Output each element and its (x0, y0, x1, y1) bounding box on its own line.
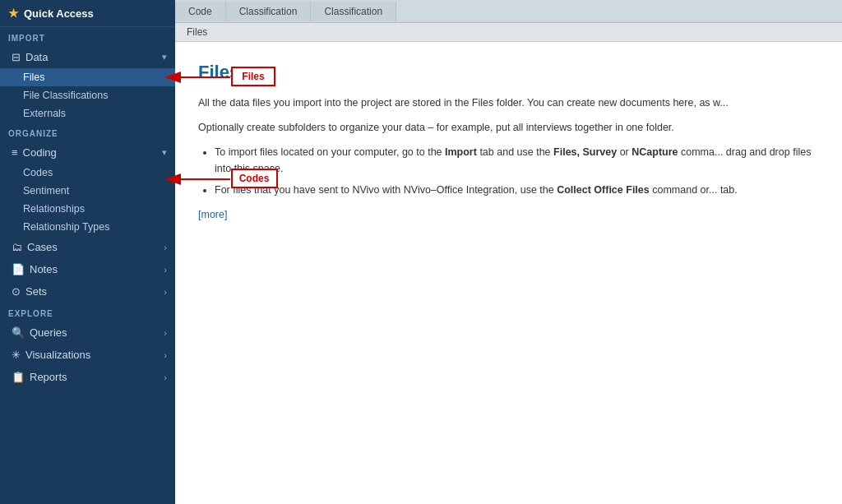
sidebar-item-cases-label: Cases (27, 241, 58, 253)
tab-code[interactable]: Code (175, 2, 226, 21)
sidebar-item-visualizations[interactable]: ✳ Visualizations › (0, 344, 175, 366)
sidebar-item-coding-label: Coding (23, 146, 57, 159)
cases-icon: 🗂 (12, 241, 22, 253)
quick-access-label: Quick Access (24, 7, 94, 20)
star-icon: ★ (8, 7, 19, 20)
sidebar-subitem-relationship-types[interactable]: Relationship Types (0, 218, 175, 236)
bullet2-bold: Collect Office Files (557, 184, 650, 196)
sidebar-subitem-externals[interactable]: Externals (0, 104, 175, 123)
reports-icon: 📋 (12, 371, 25, 383)
visualizations-icon: ✳ (12, 349, 21, 361)
content-para1: All the data files you import into the p… (198, 95, 819, 111)
sidebar-subitem-sentiment[interactable]: Sentiment (0, 182, 175, 200)
quick-access-header[interactable]: ★ Quick Access (0, 0, 175, 27)
relationships-label: Relationships (23, 203, 85, 215)
more-link-text: [more] (198, 209, 227, 220)
sets-icon: ⊙ (12, 285, 21, 298)
chevron-right-icon-notes: › (164, 265, 167, 275)
content-para2: Optionally create subfolders to organize… (198, 119, 819, 136)
more-link[interactable]: [more] (198, 206, 819, 223)
queries-icon: 🔍 (12, 326, 25, 339)
sidebar-subitem-files[interactable]: Files (0, 68, 175, 86)
chevron-right-icon-sets: › (164, 287, 167, 297)
section-explore: EXPLORE (0, 303, 175, 321)
chevron-right-icon-visualizations: › (164, 350, 167, 360)
tab-classification-2[interactable]: Classification (311, 2, 396, 21)
content-bullet2: For files that you have sent to NVivo wi… (215, 182, 819, 198)
content-body: All the data files you import into the p… (198, 95, 819, 223)
sidebar-item-data-label: Data (25, 51, 48, 63)
sidebar-item-notes[interactable]: 📄 Notes › (0, 258, 175, 280)
notes-icon: 📄 (12, 263, 25, 275)
sentiment-label: Sentiment (23, 185, 69, 197)
sidebar-item-sets[interactable]: ⊙ Sets › (0, 280, 175, 303)
content-list: To import files located on your computer… (215, 144, 819, 198)
content-inner: Files All the data files you import into… (175, 42, 842, 504)
content-title: Files (198, 62, 819, 83)
files-label: Files (23, 72, 44, 83)
chevron-right-icon-cases: › (164, 243, 167, 252)
sidebar-item-notes-label: Notes (30, 263, 58, 275)
file-classifications-label: File Classifications (23, 90, 109, 101)
bullet1-mid2: or (617, 146, 632, 158)
section-import: IMPORT (0, 27, 175, 46)
bullet1-bold1: Import (445, 146, 477, 158)
content-bullet1: To import files located on your computer… (215, 144, 819, 177)
bullet1-mid1: tab and use the (477, 146, 553, 158)
data-icon: ⊟ (12, 51, 21, 63)
bullet1-bold2: Files, Survey (553, 146, 617, 158)
sidebar-subitem-relationships[interactable]: Relationships (0, 200, 175, 218)
section-organize: ORGANIZE (0, 123, 175, 141)
codes-label: Codes (23, 167, 53, 178)
main-content: Code Classification Classification Files… (175, 0, 842, 504)
sidebar: ★ Quick Access IMPORT ⊟ Data ▾ Files Fil… (0, 0, 175, 504)
bullet2-end: command or... tab. (650, 184, 738, 196)
sidebar-item-queries-label: Queries (30, 326, 67, 339)
bullet1-bold3: NCapture (632, 146, 678, 158)
bullet1-text-start: To import files located on your computer… (215, 146, 445, 158)
relationship-types-label: Relationship Types (23, 221, 109, 233)
sidebar-item-reports[interactable]: 📋 Reports › (0, 366, 175, 388)
sidebar-subitem-codes[interactable]: Codes (0, 164, 175, 182)
chevron-right-icon-queries: › (164, 328, 167, 338)
breadcrumb-text: Files (187, 26, 207, 38)
breadcrumb: Files (175, 23, 842, 42)
sidebar-item-queries[interactable]: 🔍 Queries › (0, 321, 175, 344)
sidebar-item-coding[interactable]: ≡ Coding ▾ (0, 141, 175, 164)
tab-bar: Code Classification Classification (175, 0, 842, 23)
sidebar-item-reports-label: Reports (30, 371, 67, 383)
chevron-down-icon-coding: ▾ (162, 147, 167, 158)
sidebar-item-sets-label: Sets (25, 285, 47, 298)
content-panel: Files All the data files you import into… (175, 42, 842, 504)
sidebar-item-visualizations-label: Visualizations (25, 349, 90, 361)
chevron-right-icon-reports: › (164, 372, 167, 382)
bullet2-text-start: For files that you have sent to NVivo wi… (215, 184, 557, 196)
sidebar-item-data[interactable]: ⊟ Data ▾ (0, 46, 175, 68)
tab-classification-1[interactable]: Classification (226, 2, 312, 21)
sidebar-item-cases[interactable]: 🗂 Cases › (0, 236, 175, 258)
coding-icon: ≡ (12, 146, 18, 159)
externals-label: Externals (23, 108, 66, 119)
chevron-down-icon: ▾ (162, 52, 167, 62)
sidebar-subitem-file-classifications[interactable]: File Classifications (0, 86, 175, 104)
